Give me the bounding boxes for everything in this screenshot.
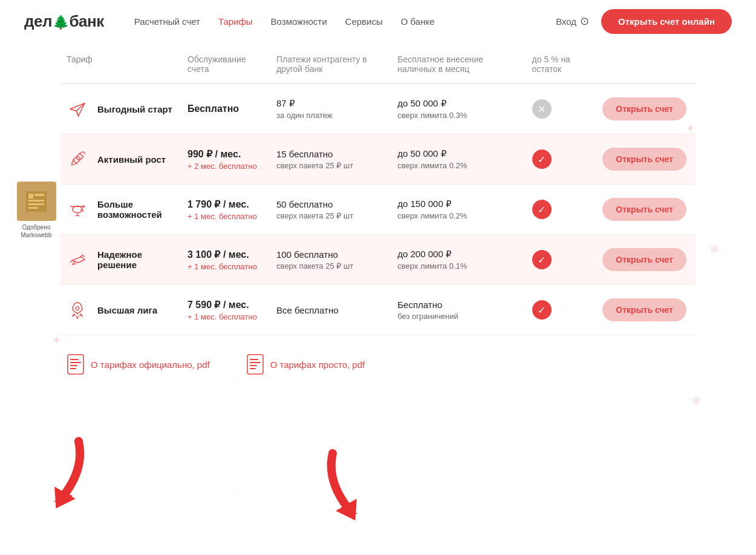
col-header-cash: Бесплатное внесение наличных в месяц xyxy=(391,48,526,84)
tariff-price-2: 1 790 ₽ / мес. + 1 мес. бесплатно xyxy=(181,185,270,235)
svg-point-13 xyxy=(76,307,79,310)
tariff-cash-4: Бесплатно без ограничений xyxy=(391,285,526,335)
pdf-icon-2 xyxy=(246,353,264,375)
payments-main-2: 50 бесплатно xyxy=(276,199,382,209)
nav-login[interactable]: Вход ⊙ xyxy=(556,15,589,28)
payments-sub-3: сверх пакета 25 ₽ шт xyxy=(276,261,382,271)
price-main-1: 990 ₽ / мес. xyxy=(187,148,261,160)
markswebb-badge-image xyxy=(17,182,56,221)
payments-main-3: 100 бесплатно xyxy=(276,249,382,260)
tariff-percent-1: ✓ xyxy=(526,134,597,185)
tariff-name-cell-1: Активный рост xyxy=(60,134,181,185)
cash-main-0: до 50 000 ₽ xyxy=(397,98,516,109)
footer-link-item-2: О тарифах просто, pdf xyxy=(246,353,365,375)
table-row: Больше возможностей 1 790 ₽ / мес. + 1 м… xyxy=(60,185,696,235)
nav-link-account[interactable]: Расчетный счет xyxy=(134,16,200,27)
price-main-2: 1 790 ₽ / мес. xyxy=(187,199,261,210)
svg-rect-14 xyxy=(68,355,83,374)
tariff-name-cell-3: Надежное решение xyxy=(60,235,181,285)
footer-link-item-1: О тарифах официально, pdf xyxy=(67,353,210,375)
payments-sub-1: сверх пакета 25 ₽ шт xyxy=(276,161,382,170)
price-main-4: 7 590 ₽ / мес. xyxy=(187,299,261,310)
nav-link-services[interactable]: Сервисы xyxy=(345,16,383,27)
logo[interactable]: дел🌲банк xyxy=(24,12,104,31)
footer-links: О тарифах официально, pdf О тарифах прос… xyxy=(60,353,696,375)
arrow-left xyxy=(30,435,97,510)
tariff-action-4: Открыть счет xyxy=(596,285,696,335)
price-sub-4: + 1 мес. бесплатно xyxy=(187,312,261,321)
tariff-percent-2: ✓ xyxy=(526,185,597,235)
tariff-name-cell-0: Выгодный старт xyxy=(60,84,181,134)
cash-sub-4: без ограничений xyxy=(397,312,516,321)
tariff-price-3: 3 100 ₽ / мес. + 1 мес. бесплатно xyxy=(181,235,270,285)
svg-rect-4 xyxy=(28,200,44,202)
svg-rect-15 xyxy=(70,359,79,360)
check-icon-3: ✓ xyxy=(532,250,552,269)
markswebb-badge: Одобрено Markswebb xyxy=(12,182,60,239)
svg-rect-6 xyxy=(28,207,38,209)
tariff-price-1: 990 ₽ / мес. + 2 мес. бесплатно xyxy=(181,134,270,185)
payments-sub-0: за один платеж xyxy=(276,111,382,120)
nav-link-features[interactable]: Возможности xyxy=(271,16,327,27)
cash-main-3: до 200 000 ₽ xyxy=(397,249,516,260)
check-icon-1: ✓ xyxy=(532,149,552,169)
open-account-button-3[interactable]: Открыть счет xyxy=(602,248,686,271)
tariff-price-0: Бесплатно xyxy=(181,84,270,134)
cash-sub-0: сверх лимита 0.3% xyxy=(397,111,516,120)
svg-rect-3 xyxy=(34,194,44,196)
open-account-button-4[interactable]: Открыть счет xyxy=(602,298,686,321)
login-icon: ⊙ xyxy=(580,15,589,28)
arrow-right xyxy=(314,447,381,522)
tariff-icon-4 xyxy=(67,299,88,321)
tariff-cash-3: до 200 000 ₽ сверх лимита 0.1% xyxy=(391,235,526,285)
nav-links: Расчетный счет Тарифы Возможности Сервис… xyxy=(134,16,556,27)
check-icon-4: ✓ xyxy=(532,300,552,320)
open-account-button[interactable]: Открыть счет онлайн xyxy=(601,9,732,34)
tariff-payments-0: 87 ₽ за один платеж xyxy=(270,84,391,134)
cash-main-4: Бесплатно xyxy=(397,300,516,310)
svg-rect-19 xyxy=(247,355,263,374)
svg-rect-23 xyxy=(250,368,256,369)
nav-link-tariffs[interactable]: Тарифы xyxy=(218,16,253,27)
tariff-percent-4: ✓ xyxy=(526,285,597,335)
col-header-percent: до 5 % на остаток xyxy=(526,48,597,84)
table-header-row: Тариф Обслуживание счета Платежи контраг… xyxy=(60,48,696,84)
payments-main-4: Все бесплатно xyxy=(276,305,382,315)
check-icon-2: ✓ xyxy=(532,200,552,219)
price-sub-3: + 1 мес. бесплатно xyxy=(187,262,261,271)
tariff-payments-2: 50 бесплатно сверх пакета 25 ₽ шт xyxy=(270,185,391,235)
table-row: Выгодный старт Бесплатно 87 ₽ за один пл… xyxy=(60,84,696,134)
svg-point-7 xyxy=(77,157,80,160)
col-header-service: Обслуживание счета xyxy=(181,48,270,84)
svg-rect-5 xyxy=(28,203,44,205)
footer-link-official[interactable]: О тарифах официально, pdf xyxy=(91,360,210,370)
tariff-icon-1 xyxy=(67,148,88,170)
open-account-button-1[interactable]: Открыть счет xyxy=(602,148,686,171)
tariff-cash-0: до 50 000 ₽ сверх лимита 0.3% xyxy=(391,84,526,134)
tariff-name-1: Активный рост xyxy=(97,154,166,165)
login-label: Вход xyxy=(556,16,576,27)
table-row: Активный рост 990 ₽ / мес. + 2 мес. бесп… xyxy=(60,134,696,185)
tariff-cash-2: до 150 000 ₽ сверх лимита 0.2% xyxy=(391,185,526,235)
open-account-button-2[interactable]: Открыть счет xyxy=(602,198,686,221)
nav-link-about[interactable]: О банке xyxy=(401,16,435,27)
cash-main-2: до 150 000 ₽ xyxy=(397,199,516,209)
footer-link-simple[interactable]: О тарифах просто, pdf xyxy=(270,360,365,370)
tariff-action-1: Открыть счет xyxy=(596,134,696,185)
payments-main-0: 87 ₽ xyxy=(276,98,382,109)
payments-main-1: 15 бесплатно xyxy=(276,149,382,159)
svg-rect-17 xyxy=(70,365,77,366)
svg-rect-21 xyxy=(250,362,261,363)
markswebb-text: Одобрено Markswebb xyxy=(12,223,60,239)
cash-main-1: до 50 000 ₽ xyxy=(397,148,516,159)
open-account-button-0[interactable]: Открыть счет xyxy=(602,97,686,120)
tariff-payments-3: 100 бесплатно сверх пакета 25 ₽ шт xyxy=(270,235,391,285)
cash-sub-2: сверх лимита 0.2% xyxy=(397,211,516,220)
price-main-3: 3 100 ₽ / мес. xyxy=(187,249,261,260)
table-row: Надежное решение 3 100 ₽ / мес. + 1 мес.… xyxy=(60,235,696,285)
svg-rect-2 xyxy=(28,194,33,199)
price-sub-2: + 1 мес. бесплатно xyxy=(187,212,261,221)
tariff-icon-3 xyxy=(67,249,88,271)
tariff-percent-3: ✓ xyxy=(526,235,597,285)
tariff-action-0: Открыть счет xyxy=(596,84,696,134)
